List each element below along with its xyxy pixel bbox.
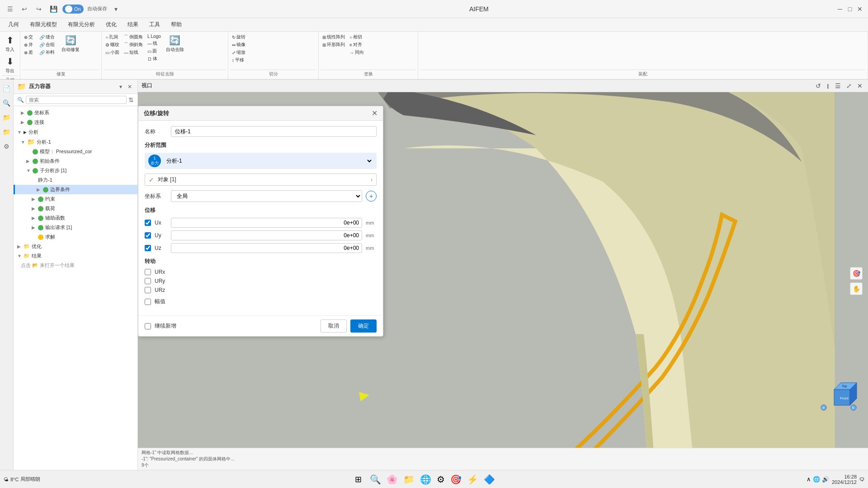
sew-button[interactable]: 🔗缝合 [38, 33, 57, 41]
menu-tools[interactable]: 工具 [145, 19, 165, 30]
page-icon-2[interactable]: 🔍 [1, 98, 12, 108]
fillet-button[interactable]: ⌒倒圆角 [122, 33, 145, 41]
search-input[interactable] [26, 96, 127, 104]
translate-button[interactable]: ↕平移 [230, 56, 247, 64]
tree-item-results[interactable]: ▼ 📁 结果 [14, 251, 137, 261]
line-button[interactable]: —线 [146, 40, 163, 47]
chamfer-button[interactable]: ⌒倒斜角 [122, 41, 145, 48]
vp-close-button[interactable]: ✕ [855, 81, 864, 90]
analysis-dropdown[interactable]: 分析-1 [165, 157, 373, 164]
sort-button[interactable]: ⇅ [128, 96, 134, 103]
export-button[interactable]: ⬇ 导出 [2, 55, 18, 75]
ux-checkbox[interactable] [145, 220, 151, 226]
tree-item-solve[interactable]: 求解 [14, 232, 137, 242]
minimize-button[interactable]: ─ [836, 5, 844, 13]
tree-item-open-result[interactable]: 点击 📂 来打开一个结果 [14, 261, 137, 270]
auto-remove-button[interactable]: 🔄 自动去除 [164, 33, 186, 54]
tangent-button[interactable]: ○相切 [348, 33, 366, 41]
ury-checkbox[interactable] [145, 278, 151, 284]
taskbar-icon-1[interactable]: 🌸 [385, 472, 400, 487]
tree-item-coords[interactable]: ▶ 坐标系 [14, 108, 137, 117]
urx-checkbox[interactable] [145, 269, 151, 275]
uz-checkbox[interactable] [145, 245, 151, 251]
tree-item-analysis-1[interactable]: ▼ 📁 分析-1 [14, 137, 137, 147]
uy-checkbox[interactable] [145, 232, 151, 239]
dialog-close-button[interactable]: ✕ [372, 109, 377, 117]
menu-fem-model[interactable]: 有限元模型 [25, 19, 61, 30]
union-button[interactable]: ⊕并 [22, 41, 35, 48]
vp-split-v-button[interactable]: ⫿ [825, 81, 831, 90]
sys-icon-1[interactable]: ∧ [807, 476, 811, 483]
urz-checkbox[interactable] [145, 287, 151, 293]
auto-repair-button[interactable]: 🔄 自动修复 [59, 33, 82, 54]
cancel-button[interactable]: 取消 [321, 319, 347, 333]
uz-input[interactable] [171, 243, 362, 253]
amplitude-checkbox[interactable] [145, 299, 151, 305]
linear-array-button[interactable]: ⊞线性阵列 [321, 33, 347, 41]
autosave-toggle[interactable]: On [62, 5, 84, 14]
tree-item-optimize[interactable]: ▶ 📁 优化 [14, 242, 137, 251]
menu-geometry[interactable]: 几何 [4, 19, 24, 30]
page-icon-1[interactable]: 📄 [1, 83, 12, 94]
tree-item-load[interactable]: ▶ 载荷 [14, 204, 137, 213]
viewport-canvas[interactable]: 位移/旋转 ✕ 名称 分析范围 1步力 [138, 92, 868, 470]
vp-split-h-button[interactable]: ☰ [833, 81, 843, 90]
vp-refresh-button[interactable]: ↺ [814, 81, 823, 90]
target-button[interactable]: 🎯 [850, 267, 863, 280]
maximize-button[interactable]: □ [846, 5, 854, 13]
intersect-button[interactable]: ⊕交 [22, 33, 35, 41]
page-icon-3[interactable]: 📁 [1, 112, 12, 123]
object-row[interactable]: ✓ 对象 [1] › [145, 174, 377, 186]
logo-button[interactable]: LLogo [146, 33, 163, 39]
small-face-button[interactable]: ▭小面 [104, 49, 121, 56]
taskbar-icon-2[interactable]: 📁 [401, 472, 416, 487]
sys-icon-sound[interactable]: 🔊 [822, 476, 829, 483]
notification-icon[interactable]: 🗨 [859, 477, 864, 482]
undo-button[interactable]: ↩ [19, 4, 30, 14]
short-line-button[interactable]: —短线 [122, 49, 145, 56]
scale-button[interactable]: ⤢缩放 [230, 49, 247, 56]
taskbar-icon-7[interactable]: 🔷 [482, 472, 497, 487]
menu-fem-analysis[interactable]: 有限元分析 [63, 19, 99, 30]
body-button[interactable]: 🗋体 [146, 55, 163, 62]
tree-item-static[interactable]: 静力-1 [14, 175, 137, 185]
tree-item-model[interactable]: 模型： Pressurized_cor [14, 147, 137, 156]
redo-button[interactable]: ↪ [33, 4, 44, 14]
subtract-button[interactable]: ⊕差 [22, 49, 35, 56]
sidebar-close-button[interactable]: ✕ [126, 83, 134, 91]
vp-expand-button[interactable]: ⤢ [844, 81, 854, 90]
menu-results[interactable]: 结果 [123, 19, 143, 30]
ux-input[interactable] [171, 218, 362, 228]
page-icon-5[interactable]: ⚙ [1, 141, 12, 152]
pan-button[interactable]: ✋ [850, 282, 863, 295]
menu-help[interactable]: 帮助 [166, 19, 186, 30]
align-button[interactable]: ≡对齐 [348, 41, 366, 48]
save-button[interactable]: 💾 [48, 4, 59, 14]
import-button[interactable]: ⬆ 导入 [2, 33, 18, 54]
mirror-button[interactable]: ⇔镜像 [230, 41, 247, 48]
taskbar-icon-4[interactable]: ⚙ [435, 472, 447, 487]
hole-button[interactable]: ○孔洞 [104, 33, 121, 41]
tree-item-connect[interactable]: ▶ 连接 [14, 117, 137, 127]
thread-button[interactable]: ⚙螺纹 [104, 41, 121, 48]
search-taskbar-icon[interactable]: 🔍 [368, 472, 383, 487]
merge-button[interactable]: 🔗合组 [38, 41, 57, 48]
coord-add-button[interactable]: + [366, 191, 377, 202]
coord-select[interactable]: 全局 [171, 190, 362, 202]
uy-input[interactable] [171, 230, 362, 240]
tree-item-bc[interactable]: ▶ 边界条件 [14, 185, 137, 194]
page-icon-4[interactable]: 📁 [1, 127, 12, 137]
tree-item-constraint[interactable]: ▶ 约束 [14, 194, 137, 204]
taskbar-icon-3[interactable]: 🌐 [418, 472, 433, 487]
tree-item-initial[interactable]: ▶ 初始条件 [14, 156, 137, 166]
taskbar-icon-6[interactable]: ⚡ [465, 472, 480, 487]
time-date[interactable]: 16:28 2024/12/12 [832, 474, 857, 485]
ok-button[interactable]: 确定 [350, 319, 377, 333]
tree-item-aux-func[interactable]: ▶ 辅助函数 [14, 213, 137, 223]
rotate-button[interactable]: ↻旋转 [230, 33, 247, 41]
dropdown-button[interactable]: ▾ [111, 4, 122, 14]
face-button[interactable]: ▭面 [146, 47, 163, 55]
sidebar-expand-button[interactable]: ▾ [118, 83, 124, 91]
tree-item-substep[interactable]: ▼ 子分析步 [1] [14, 166, 137, 175]
close-button[interactable]: ✕ [856, 5, 863, 13]
